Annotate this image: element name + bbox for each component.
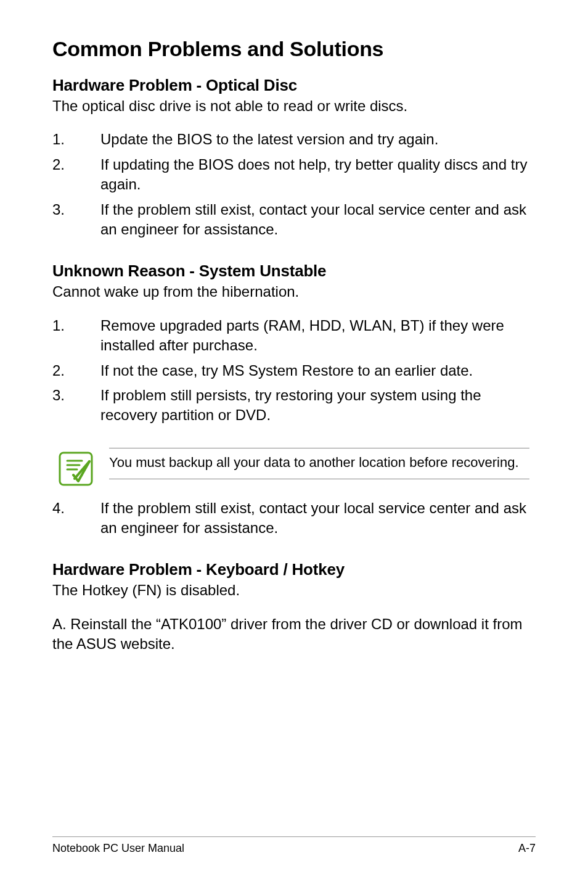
list-system-unstable-b: If the problem still exist, contact your… [52, 498, 536, 538]
section-optical-disc: Hardware Problem - Optical Disc The opti… [52, 76, 536, 239]
list-item: If the problem still exist, contact your… [52, 498, 536, 538]
heading-optical-disc: Hardware Problem - Optical Disc [52, 76, 536, 95]
intro-optical-disc: The optical disc drive is not able to re… [52, 96, 536, 116]
heading-keyboard: Hardware Problem - Keyboard / Hotkey [52, 560, 536, 579]
note-text: You must backup all your data to another… [109, 448, 529, 480]
footer-left: Notebook PC User Manual [52, 842, 184, 855]
solution-keyboard: A. Reinstall the “ATK0100” driver from t… [52, 614, 536, 654]
list-item: Update the BIOS to the latest version an… [52, 130, 536, 149]
list-optical-disc: Update the BIOS to the latest version an… [52, 130, 536, 239]
footer-right: A-7 [518, 842, 536, 855]
list-item: If updating the BIOS does not help, try … [52, 155, 536, 195]
list-item: Remove upgraded parts (RAM, HDD, WLAN, B… [52, 316, 536, 356]
intro-system-unstable: Cannot wake up from the hibernation. [52, 282, 536, 302]
list-item: If not the case, try MS System Restore t… [52, 361, 536, 381]
section-system-unstable: Unknown Reason - System Unstable Cannot … [52, 262, 536, 538]
heading-system-unstable: Unknown Reason - System Unstable [52, 262, 536, 281]
page-footer: Notebook PC User Manual A-7 [52, 836, 536, 855]
list-item: If the problem still exist, contact your… [52, 200, 536, 240]
note-icon [59, 452, 93, 486]
page-title: Common Problems and Solutions [52, 37, 536, 61]
note-box: You must backup all your data to another… [59, 448, 536, 486]
section-keyboard: Hardware Problem - Keyboard / Hotkey The… [52, 560, 536, 654]
intro-keyboard: The Hotkey (FN) is disabled. [52, 580, 536, 600]
list-item: If problem still persists, try restoring… [52, 386, 536, 426]
list-system-unstable-a: Remove upgraded parts (RAM, HDD, WLAN, B… [52, 316, 536, 426]
